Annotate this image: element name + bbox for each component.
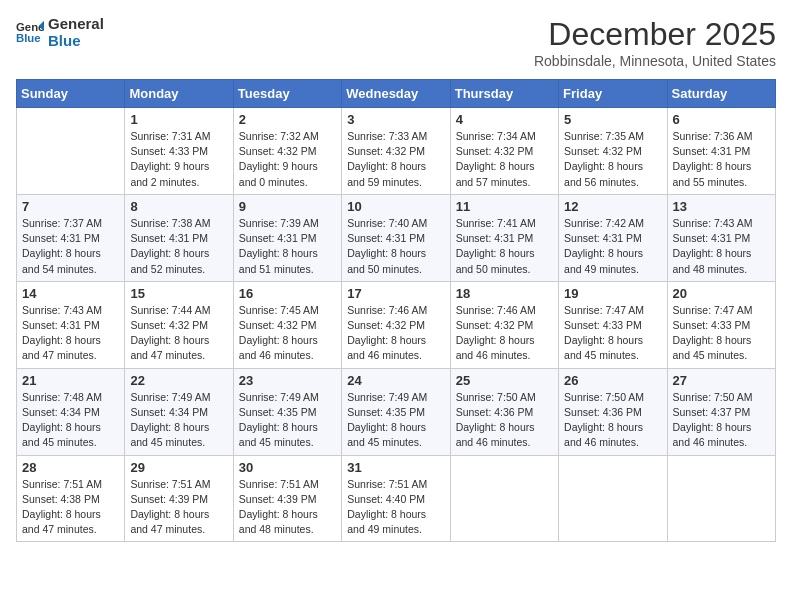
sunrise-text: Sunrise: 7:36 AM	[673, 130, 753, 142]
daylight-text: Daylight: 8 hours and 46 minutes.	[239, 334, 318, 361]
cell-content: Sunrise: 7:44 AMSunset: 4:32 PMDaylight:…	[130, 303, 227, 364]
day-number: 2	[239, 112, 336, 127]
cell-content: Sunrise: 7:51 AMSunset: 4:38 PMDaylight:…	[22, 477, 119, 538]
daylight-text: Daylight: 8 hours and 45 minutes.	[347, 421, 426, 448]
sunrise-text: Sunrise: 7:50 AM	[456, 391, 536, 403]
sunset-text: Sunset: 4:36 PM	[456, 406, 534, 418]
daylight-text: Daylight: 8 hours and 46 minutes.	[673, 421, 752, 448]
sunset-text: Sunset: 4:31 PM	[130, 232, 208, 244]
sunrise-text: Sunrise: 7:45 AM	[239, 304, 319, 316]
calendar-cell: 4Sunrise: 7:34 AMSunset: 4:32 PMDaylight…	[450, 108, 558, 195]
cell-content: Sunrise: 7:32 AMSunset: 4:32 PMDaylight:…	[239, 129, 336, 190]
cell-content: Sunrise: 7:51 AMSunset: 4:39 PMDaylight:…	[239, 477, 336, 538]
daylight-text: Daylight: 8 hours and 46 minutes.	[456, 334, 535, 361]
col-header-wednesday: Wednesday	[342, 80, 450, 108]
col-header-tuesday: Tuesday	[233, 80, 341, 108]
daylight-text: Daylight: 8 hours and 49 minutes.	[564, 247, 643, 274]
daylight-text: Daylight: 8 hours and 45 minutes.	[22, 421, 101, 448]
day-number: 31	[347, 460, 444, 475]
cell-content: Sunrise: 7:41 AMSunset: 4:31 PMDaylight:…	[456, 216, 553, 277]
calendar-cell: 25Sunrise: 7:50 AMSunset: 4:36 PMDayligh…	[450, 368, 558, 455]
daylight-text: Daylight: 8 hours and 46 minutes.	[564, 421, 643, 448]
calendar-cell: 16Sunrise: 7:45 AMSunset: 4:32 PMDayligh…	[233, 281, 341, 368]
daylight-text: Daylight: 8 hours and 46 minutes.	[347, 334, 426, 361]
sunset-text: Sunset: 4:31 PM	[456, 232, 534, 244]
sunset-text: Sunset: 4:32 PM	[347, 145, 425, 157]
cell-content: Sunrise: 7:49 AMSunset: 4:35 PMDaylight:…	[239, 390, 336, 451]
logo-text-blue: Blue	[48, 33, 104, 50]
calendar-cell: 1Sunrise: 7:31 AMSunset: 4:33 PMDaylight…	[125, 108, 233, 195]
sunrise-text: Sunrise: 7:50 AM	[673, 391, 753, 403]
calendar-cell: 27Sunrise: 7:50 AMSunset: 4:37 PMDayligh…	[667, 368, 775, 455]
calendar-week-row: 14Sunrise: 7:43 AMSunset: 4:31 PMDayligh…	[17, 281, 776, 368]
sunrise-text: Sunrise: 7:48 AM	[22, 391, 102, 403]
sunrise-text: Sunrise: 7:43 AM	[22, 304, 102, 316]
calendar-cell: 24Sunrise: 7:49 AMSunset: 4:35 PMDayligh…	[342, 368, 450, 455]
sunset-text: Sunset: 4:31 PM	[347, 232, 425, 244]
sunrise-text: Sunrise: 7:33 AM	[347, 130, 427, 142]
sunset-text: Sunset: 4:33 PM	[564, 319, 642, 331]
sunset-text: Sunset: 4:37 PM	[673, 406, 751, 418]
day-number: 25	[456, 373, 553, 388]
day-number: 22	[130, 373, 227, 388]
daylight-text: Daylight: 9 hours and 2 minutes.	[130, 160, 209, 187]
cell-content: Sunrise: 7:50 AMSunset: 4:36 PMDaylight:…	[564, 390, 661, 451]
sunrise-text: Sunrise: 7:42 AM	[564, 217, 644, 229]
day-number: 18	[456, 286, 553, 301]
sunset-text: Sunset: 4:32 PM	[456, 319, 534, 331]
daylight-text: Daylight: 8 hours and 49 minutes.	[347, 508, 426, 535]
sunset-text: Sunset: 4:33 PM	[130, 145, 208, 157]
daylight-text: Daylight: 8 hours and 51 minutes.	[239, 247, 318, 274]
sunrise-text: Sunrise: 7:49 AM	[239, 391, 319, 403]
sunrise-text: Sunrise: 7:47 AM	[564, 304, 644, 316]
cell-content: Sunrise: 7:37 AMSunset: 4:31 PMDaylight:…	[22, 216, 119, 277]
daylight-text: Daylight: 8 hours and 45 minutes.	[239, 421, 318, 448]
calendar-cell: 29Sunrise: 7:51 AMSunset: 4:39 PMDayligh…	[125, 455, 233, 542]
calendar-cell: 11Sunrise: 7:41 AMSunset: 4:31 PMDayligh…	[450, 194, 558, 281]
calendar-cell: 15Sunrise: 7:44 AMSunset: 4:32 PMDayligh…	[125, 281, 233, 368]
cell-content: Sunrise: 7:50 AMSunset: 4:37 PMDaylight:…	[673, 390, 770, 451]
month-title: December 2025	[534, 16, 776, 53]
sunset-text: Sunset: 4:31 PM	[673, 232, 751, 244]
day-number: 29	[130, 460, 227, 475]
col-header-friday: Friday	[559, 80, 667, 108]
day-number: 26	[564, 373, 661, 388]
sunrise-text: Sunrise: 7:47 AM	[673, 304, 753, 316]
sunset-text: Sunset: 4:33 PM	[673, 319, 751, 331]
sunrise-text: Sunrise: 7:51 AM	[239, 478, 319, 490]
day-number: 5	[564, 112, 661, 127]
cell-content: Sunrise: 7:40 AMSunset: 4:31 PMDaylight:…	[347, 216, 444, 277]
day-number: 17	[347, 286, 444, 301]
day-number: 23	[239, 373, 336, 388]
sunset-text: Sunset: 4:31 PM	[239, 232, 317, 244]
calendar-cell: 21Sunrise: 7:48 AMSunset: 4:34 PMDayligh…	[17, 368, 125, 455]
calendar-cell: 22Sunrise: 7:49 AMSunset: 4:34 PMDayligh…	[125, 368, 233, 455]
col-header-thursday: Thursday	[450, 80, 558, 108]
calendar-cell: 9Sunrise: 7:39 AMSunset: 4:31 PMDaylight…	[233, 194, 341, 281]
cell-content: Sunrise: 7:38 AMSunset: 4:31 PMDaylight:…	[130, 216, 227, 277]
calendar-cell	[667, 455, 775, 542]
sunrise-text: Sunrise: 7:51 AM	[130, 478, 210, 490]
day-number: 16	[239, 286, 336, 301]
calendar-cell: 14Sunrise: 7:43 AMSunset: 4:31 PMDayligh…	[17, 281, 125, 368]
cell-content: Sunrise: 7:48 AMSunset: 4:34 PMDaylight:…	[22, 390, 119, 451]
sunset-text: Sunset: 4:32 PM	[564, 145, 642, 157]
calendar-week-row: 7Sunrise: 7:37 AMSunset: 4:31 PMDaylight…	[17, 194, 776, 281]
day-number: 6	[673, 112, 770, 127]
calendar-table: SundayMondayTuesdayWednesdayThursdayFrid…	[16, 79, 776, 542]
daylight-text: Daylight: 8 hours and 46 minutes.	[456, 421, 535, 448]
cell-content: Sunrise: 7:50 AMSunset: 4:36 PMDaylight:…	[456, 390, 553, 451]
sunset-text: Sunset: 4:34 PM	[130, 406, 208, 418]
calendar-cell: 7Sunrise: 7:37 AMSunset: 4:31 PMDaylight…	[17, 194, 125, 281]
calendar-cell: 10Sunrise: 7:40 AMSunset: 4:31 PMDayligh…	[342, 194, 450, 281]
sunrise-text: Sunrise: 7:51 AM	[22, 478, 102, 490]
day-number: 14	[22, 286, 119, 301]
day-number: 28	[22, 460, 119, 475]
sunset-text: Sunset: 4:36 PM	[564, 406, 642, 418]
day-number: 3	[347, 112, 444, 127]
day-number: 27	[673, 373, 770, 388]
day-number: 13	[673, 199, 770, 214]
sunset-text: Sunset: 4:31 PM	[22, 232, 100, 244]
daylight-text: Daylight: 8 hours and 47 minutes.	[22, 334, 101, 361]
sunrise-text: Sunrise: 7:49 AM	[347, 391, 427, 403]
